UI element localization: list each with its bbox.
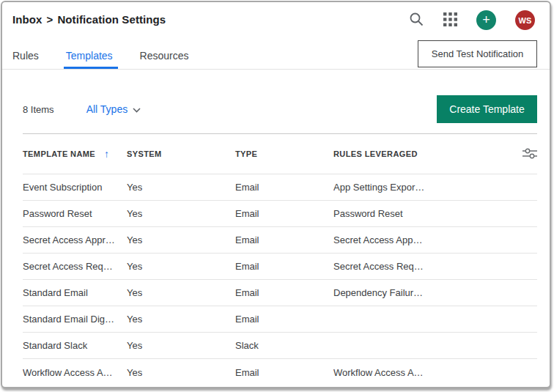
column-header-template-name-label: TEMPLATE NAME — [23, 149, 95, 158]
cell-template-name: Workflow Access A… — [23, 367, 127, 378]
table-toolbar: 8 Items All Types Create Template — [23, 95, 537, 123]
column-header-type-label: TYPE — [235, 149, 257, 158]
cell-type: Email — [235, 208, 333, 219]
cell-template-name: Standard Email — [23, 287, 127, 298]
cell-template-name: Standard Slack — [23, 340, 127, 351]
cell-type: Slack — [235, 340, 333, 351]
cell-type: Email — [235, 367, 333, 378]
cell-system: Yes — [127, 261, 235, 272]
templates-panel: 8 Items All Types Create Template TEMPLA… — [2, 95, 550, 385]
cell-template-name: Password Reset — [23, 208, 127, 219]
app-window: Inbox>Notification Settings — [1, 1, 551, 388]
breadcrumb-separator: > — [47, 13, 53, 26]
cell-rules-leveraged: Password Reset — [333, 208, 511, 219]
page-title: Notification Settings — [57, 13, 166, 26]
type-filter-value: All Types — [86, 103, 128, 115]
user-avatar[interactable]: WS — [515, 10, 535, 30]
column-filter-icon — [522, 147, 537, 161]
search-icon — [409, 12, 424, 29]
templates-table: TEMPLATE NAME ↑ SYSTEM TYPE RULES LEVERA… — [23, 133, 537, 385]
table-row[interactable]: Workflow Access A… Yes Email Workflow Ac… — [23, 359, 537, 385]
breadcrumb-root-link[interactable]: Inbox — [12, 13, 43, 26]
cell-type: Email — [235, 234, 333, 245]
table-row[interactable]: Event Subscription Yes Email App Setting… — [23, 174, 537, 201]
table-row[interactable]: Standard Email Dig… Yes Email — [23, 306, 537, 333]
apps-grid-icon — [443, 12, 457, 29]
tab-templates-label: Templates — [66, 50, 113, 62]
cell-rules-leveraged: Dependency Failur… — [333, 287, 511, 298]
tab-resources[interactable]: Resources — [140, 42, 189, 69]
cell-template-name: Standard Email Dig… — [23, 314, 127, 325]
search-button[interactable] — [409, 12, 424, 29]
breadcrumb: Inbox>Notification Settings — [12, 13, 166, 26]
column-header-system-label: SYSTEM — [127, 149, 162, 158]
cell-system: Yes — [127, 287, 235, 298]
cell-rules-leveraged: Secret Access App… — [333, 234, 511, 245]
cell-type: Email — [235, 287, 333, 298]
cell-system: Yes — [127, 367, 235, 378]
table-row[interactable]: Password Reset Yes Email Password Reset — [23, 201, 537, 227]
items-count: 8 Items — [23, 104, 54, 115]
avatar-initials: WS — [518, 16, 531, 25]
create-template-button[interactable]: Create Template — [437, 95, 537, 123]
tab-rules[interactable]: Rules — [12, 42, 39, 69]
topbar-actions: + WS — [409, 10, 535, 30]
sort-ascending-icon: ↑ — [104, 148, 109, 160]
cell-type: Email — [235, 261, 333, 272]
cell-system: Yes — [127, 314, 235, 325]
column-header-rules-leveraged-label: RULES LEVERAGED — [333, 149, 418, 158]
cell-template-name: Secret Access Req… — [23, 261, 127, 272]
column-header-system[interactable]: SYSTEM — [127, 149, 235, 158]
send-test-notification-button[interactable]: Send Test Notification — [418, 40, 537, 67]
table-row[interactable]: Standard Slack Yes Slack — [23, 333, 537, 359]
cell-rules-leveraged: Secret Access Req… — [333, 261, 511, 272]
table-row[interactable]: Standard Email Yes Email Dependency Fail… — [23, 280, 537, 306]
cell-template-name: Event Subscription — [23, 182, 127, 193]
column-settings-button[interactable] — [511, 147, 537, 161]
cell-rules-leveraged: Workflow Access A… — [333, 367, 511, 378]
column-header-rules-leveraged[interactable]: RULES LEVERAGED — [333, 149, 511, 158]
chevron-down-icon — [133, 104, 141, 115]
table-body: Event Subscription Yes Email App Setting… — [23, 174, 537, 385]
tab-rules-label: Rules — [12, 50, 39, 62]
table-row[interactable]: Secret Access Appr… Yes Email Secret Acc… — [23, 227, 537, 254]
cell-system: Yes — [127, 182, 235, 193]
cell-type: Email — [235, 182, 333, 193]
table-row[interactable]: Secret Access Req… Yes Email Secret Acce… — [23, 254, 537, 280]
cell-type: Email — [235, 314, 333, 325]
plus-icon: + — [482, 13, 490, 26]
tab-resources-label: Resources — [140, 50, 189, 62]
cell-template-name: Secret Access Appr… — [23, 234, 127, 245]
cell-system: Yes — [127, 340, 235, 351]
cell-rules-leveraged: App Settings Expor… — [333, 182, 511, 193]
apps-grid-button[interactable] — [443, 12, 457, 29]
add-button[interactable]: + — [476, 10, 496, 30]
column-header-type[interactable]: TYPE — [235, 149, 333, 158]
tab-templates[interactable]: Templates — [66, 42, 113, 69]
cell-system: Yes — [127, 208, 235, 219]
column-header-template-name[interactable]: TEMPLATE NAME ↑ — [23, 148, 127, 160]
type-filter-dropdown[interactable]: All Types — [86, 103, 141, 115]
table-header-row: TEMPLATE NAME ↑ SYSTEM TYPE RULES LEVERA… — [23, 133, 537, 174]
top-bar: Inbox>Notification Settings — [2, 2, 550, 42]
cell-system: Yes — [127, 234, 235, 245]
